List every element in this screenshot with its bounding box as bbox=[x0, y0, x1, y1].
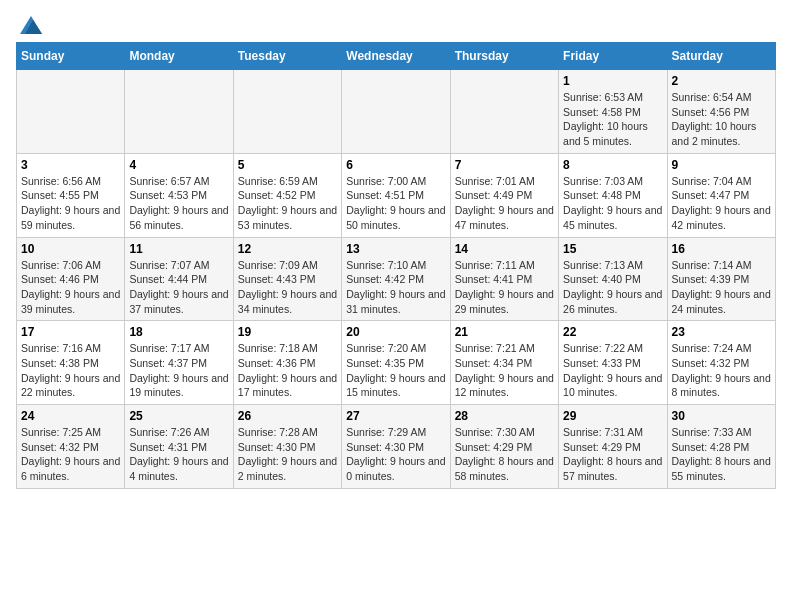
day-number: 5 bbox=[238, 158, 337, 172]
day-number: 12 bbox=[238, 242, 337, 256]
day-info: Sunrise: 7:16 AM Sunset: 4:38 PM Dayligh… bbox=[21, 341, 120, 400]
calendar-cell: 14Sunrise: 7:11 AM Sunset: 4:41 PM Dayli… bbox=[450, 237, 558, 321]
calendar-cell: 5Sunrise: 6:59 AM Sunset: 4:52 PM Daylig… bbox=[233, 153, 341, 237]
calendar-cell: 27Sunrise: 7:29 AM Sunset: 4:30 PM Dayli… bbox=[342, 405, 450, 489]
calendar-cell bbox=[342, 70, 450, 154]
day-number: 11 bbox=[129, 242, 228, 256]
day-number: 1 bbox=[563, 74, 662, 88]
calendar-week-5: 24Sunrise: 7:25 AM Sunset: 4:32 PM Dayli… bbox=[17, 405, 776, 489]
header-day-friday: Friday bbox=[559, 43, 667, 70]
calendar-cell bbox=[17, 70, 125, 154]
calendar-table: SundayMondayTuesdayWednesdayThursdayFrid… bbox=[16, 42, 776, 489]
day-number: 15 bbox=[563, 242, 662, 256]
day-number: 22 bbox=[563, 325, 662, 339]
day-number: 8 bbox=[563, 158, 662, 172]
day-number: 9 bbox=[672, 158, 771, 172]
day-info: Sunrise: 7:07 AM Sunset: 4:44 PM Dayligh… bbox=[129, 258, 228, 317]
day-info: Sunrise: 7:11 AM Sunset: 4:41 PM Dayligh… bbox=[455, 258, 554, 317]
day-number: 24 bbox=[21, 409, 120, 423]
day-number: 3 bbox=[21, 158, 120, 172]
day-info: Sunrise: 6:57 AM Sunset: 4:53 PM Dayligh… bbox=[129, 174, 228, 233]
calendar-cell: 23Sunrise: 7:24 AM Sunset: 4:32 PM Dayli… bbox=[667, 321, 775, 405]
calendar-cell: 7Sunrise: 7:01 AM Sunset: 4:49 PM Daylig… bbox=[450, 153, 558, 237]
day-number: 26 bbox=[238, 409, 337, 423]
calendar-cell: 6Sunrise: 7:00 AM Sunset: 4:51 PM Daylig… bbox=[342, 153, 450, 237]
calendar-cell: 17Sunrise: 7:16 AM Sunset: 4:38 PM Dayli… bbox=[17, 321, 125, 405]
day-info: Sunrise: 6:59 AM Sunset: 4:52 PM Dayligh… bbox=[238, 174, 337, 233]
header-day-thursday: Thursday bbox=[450, 43, 558, 70]
calendar-cell: 9Sunrise: 7:04 AM Sunset: 4:47 PM Daylig… bbox=[667, 153, 775, 237]
calendar-cell: 19Sunrise: 7:18 AM Sunset: 4:36 PM Dayli… bbox=[233, 321, 341, 405]
calendar-cell bbox=[450, 70, 558, 154]
day-info: Sunrise: 7:17 AM Sunset: 4:37 PM Dayligh… bbox=[129, 341, 228, 400]
day-number: 23 bbox=[672, 325, 771, 339]
calendar-cell bbox=[233, 70, 341, 154]
calendar-cell: 26Sunrise: 7:28 AM Sunset: 4:30 PM Dayli… bbox=[233, 405, 341, 489]
day-number: 27 bbox=[346, 409, 445, 423]
calendar-week-3: 10Sunrise: 7:06 AM Sunset: 4:46 PM Dayli… bbox=[17, 237, 776, 321]
day-number: 14 bbox=[455, 242, 554, 256]
calendar-week-4: 17Sunrise: 7:16 AM Sunset: 4:38 PM Dayli… bbox=[17, 321, 776, 405]
calendar-header-row: SundayMondayTuesdayWednesdayThursdayFrid… bbox=[17, 43, 776, 70]
calendar-cell: 24Sunrise: 7:25 AM Sunset: 4:32 PM Dayli… bbox=[17, 405, 125, 489]
day-info: Sunrise: 7:25 AM Sunset: 4:32 PM Dayligh… bbox=[21, 425, 120, 484]
calendar-cell: 1Sunrise: 6:53 AM Sunset: 4:58 PM Daylig… bbox=[559, 70, 667, 154]
day-info: Sunrise: 7:18 AM Sunset: 4:36 PM Dayligh… bbox=[238, 341, 337, 400]
day-info: Sunrise: 7:26 AM Sunset: 4:31 PM Dayligh… bbox=[129, 425, 228, 484]
calendar-cell: 30Sunrise: 7:33 AM Sunset: 4:28 PM Dayli… bbox=[667, 405, 775, 489]
day-number: 18 bbox=[129, 325, 228, 339]
calendar-week-2: 3Sunrise: 6:56 AM Sunset: 4:55 PM Daylig… bbox=[17, 153, 776, 237]
day-number: 13 bbox=[346, 242, 445, 256]
day-number: 21 bbox=[455, 325, 554, 339]
day-info: Sunrise: 7:03 AM Sunset: 4:48 PM Dayligh… bbox=[563, 174, 662, 233]
day-info: Sunrise: 7:06 AM Sunset: 4:46 PM Dayligh… bbox=[21, 258, 120, 317]
day-number: 10 bbox=[21, 242, 120, 256]
day-info: Sunrise: 7:31 AM Sunset: 4:29 PM Dayligh… bbox=[563, 425, 662, 484]
calendar-cell: 2Sunrise: 6:54 AM Sunset: 4:56 PM Daylig… bbox=[667, 70, 775, 154]
day-info: Sunrise: 7:20 AM Sunset: 4:35 PM Dayligh… bbox=[346, 341, 445, 400]
calendar-cell: 8Sunrise: 7:03 AM Sunset: 4:48 PM Daylig… bbox=[559, 153, 667, 237]
day-info: Sunrise: 7:04 AM Sunset: 4:47 PM Dayligh… bbox=[672, 174, 771, 233]
day-info: Sunrise: 7:22 AM Sunset: 4:33 PM Dayligh… bbox=[563, 341, 662, 400]
day-info: Sunrise: 7:21 AM Sunset: 4:34 PM Dayligh… bbox=[455, 341, 554, 400]
calendar-cell: 3Sunrise: 6:56 AM Sunset: 4:55 PM Daylig… bbox=[17, 153, 125, 237]
calendar-cell: 16Sunrise: 7:14 AM Sunset: 4:39 PM Dayli… bbox=[667, 237, 775, 321]
day-info: Sunrise: 7:01 AM Sunset: 4:49 PM Dayligh… bbox=[455, 174, 554, 233]
calendar-cell: 29Sunrise: 7:31 AM Sunset: 4:29 PM Dayli… bbox=[559, 405, 667, 489]
calendar-cell: 4Sunrise: 6:57 AM Sunset: 4:53 PM Daylig… bbox=[125, 153, 233, 237]
day-info: Sunrise: 7:33 AM Sunset: 4:28 PM Dayligh… bbox=[672, 425, 771, 484]
calendar-cell: 11Sunrise: 7:07 AM Sunset: 4:44 PM Dayli… bbox=[125, 237, 233, 321]
header-day-sunday: Sunday bbox=[17, 43, 125, 70]
calendar-cell: 10Sunrise: 7:06 AM Sunset: 4:46 PM Dayli… bbox=[17, 237, 125, 321]
day-info: Sunrise: 6:53 AM Sunset: 4:58 PM Dayligh… bbox=[563, 90, 662, 149]
calendar-cell: 28Sunrise: 7:30 AM Sunset: 4:29 PM Dayli… bbox=[450, 405, 558, 489]
day-info: Sunrise: 7:28 AM Sunset: 4:30 PM Dayligh… bbox=[238, 425, 337, 484]
day-number: 25 bbox=[129, 409, 228, 423]
calendar-cell: 15Sunrise: 7:13 AM Sunset: 4:40 PM Dayli… bbox=[559, 237, 667, 321]
day-info: Sunrise: 7:13 AM Sunset: 4:40 PM Dayligh… bbox=[563, 258, 662, 317]
day-number: 16 bbox=[672, 242, 771, 256]
day-number: 7 bbox=[455, 158, 554, 172]
day-number: 2 bbox=[672, 74, 771, 88]
day-info: Sunrise: 7:14 AM Sunset: 4:39 PM Dayligh… bbox=[672, 258, 771, 317]
calendar-cell: 20Sunrise: 7:20 AM Sunset: 4:35 PM Dayli… bbox=[342, 321, 450, 405]
day-info: Sunrise: 7:00 AM Sunset: 4:51 PM Dayligh… bbox=[346, 174, 445, 233]
calendar-cell bbox=[125, 70, 233, 154]
day-info: Sunrise: 7:29 AM Sunset: 4:30 PM Dayligh… bbox=[346, 425, 445, 484]
calendar-cell: 25Sunrise: 7:26 AM Sunset: 4:31 PM Dayli… bbox=[125, 405, 233, 489]
day-number: 4 bbox=[129, 158, 228, 172]
header-day-saturday: Saturday bbox=[667, 43, 775, 70]
logo-icon bbox=[20, 16, 42, 34]
calendar-cell: 18Sunrise: 7:17 AM Sunset: 4:37 PM Dayli… bbox=[125, 321, 233, 405]
logo bbox=[16, 16, 42, 34]
calendar-week-1: 1Sunrise: 6:53 AM Sunset: 4:58 PM Daylig… bbox=[17, 70, 776, 154]
day-number: 20 bbox=[346, 325, 445, 339]
day-info: Sunrise: 7:10 AM Sunset: 4:42 PM Dayligh… bbox=[346, 258, 445, 317]
day-number: 19 bbox=[238, 325, 337, 339]
day-number: 17 bbox=[21, 325, 120, 339]
day-number: 29 bbox=[563, 409, 662, 423]
page-header bbox=[16, 16, 776, 34]
calendar-cell: 21Sunrise: 7:21 AM Sunset: 4:34 PM Dayli… bbox=[450, 321, 558, 405]
day-number: 28 bbox=[455, 409, 554, 423]
calendar-cell: 12Sunrise: 7:09 AM Sunset: 4:43 PM Dayli… bbox=[233, 237, 341, 321]
